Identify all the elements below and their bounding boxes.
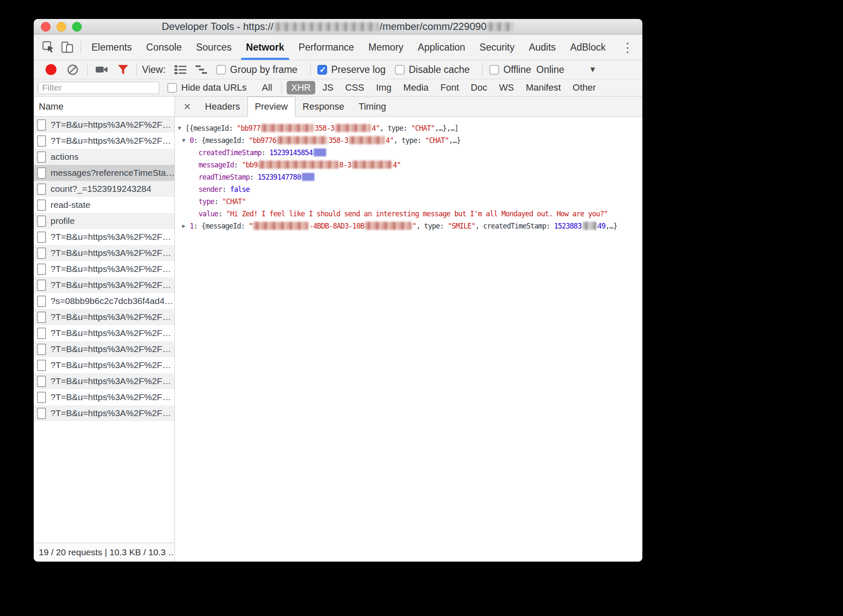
tab-sources[interactable]: Sources	[189, 35, 239, 60]
document-icon	[37, 376, 46, 387]
table-row[interactable]: ?T=B&u=https%3A%2F%2F…	[34, 341, 175, 357]
group-by-frame-checkbox[interactable]	[216, 65, 226, 75]
preview-text: :	[417, 136, 425, 145]
tab-security[interactable]: Security	[473, 35, 522, 60]
hide-data-urls-checkbox[interactable]	[167, 83, 177, 93]
detail-tab-response[interactable]: Response	[295, 97, 352, 116]
list-view-icon[interactable]	[175, 65, 186, 74]
tab-audits[interactable]: Audits	[522, 35, 563, 60]
table-row[interactable]: ?T=B&u=https%3A%2F%2F…	[34, 325, 175, 341]
document-icon	[37, 392, 46, 403]
document-icon	[37, 119, 46, 131]
request-name: ?T=B&u=https%3A%2F%2F…	[51, 376, 171, 386]
preview-text: 358-3	[314, 124, 334, 132]
inspect-element-icon[interactable]	[39, 38, 58, 56]
request-name: count?_=1523919243284	[51, 184, 151, 194]
table-row[interactable]: count?_=1523919243284	[34, 181, 175, 197]
table-row[interactable]: ?T=B&u=https%3A%2F%2F…	[34, 309, 175, 325]
filter-pill-media[interactable]: Media	[399, 81, 433, 94]
detail-tab-timing[interactable]: Timing	[352, 97, 393, 116]
filter-pill-js[interactable]: JS	[318, 81, 338, 94]
table-row[interactable]: ?T=B&u=https%3A%2F%2F…	[34, 357, 175, 373]
tab-console[interactable]: Console	[139, 35, 189, 60]
table-row[interactable]: ?T=B&u=https%3A%2F%2F…	[34, 405, 175, 421]
filter-pill-other[interactable]: Other	[568, 81, 601, 94]
table-row[interactable]: ?T=B&u=https%3A%2F%2F…	[34, 389, 175, 405]
table-row[interactable]: ?T=B&u=https%3A%2F%2F…	[34, 277, 175, 293]
tab-performance[interactable]: Performance	[291, 35, 361, 60]
filter-pill-css[interactable]: CSS	[341, 81, 369, 94]
kebab-menu-icon[interactable]: ⋮	[613, 40, 642, 55]
preserve-log-checkbox[interactable]	[317, 65, 327, 75]
record-network-log-button[interactable]	[46, 64, 56, 75]
disable-cache-checkbox[interactable]	[395, 65, 405, 75]
table-row[interactable]: ?T=B&u=https%3A%2F%2F…	[34, 245, 175, 261]
preview-text: ,	[475, 222, 483, 230]
main-tabbar: ElementsConsoleSourcesNetworkPerformance…	[34, 35, 642, 60]
preview-tree-line[interactable]: type: "CHAT"	[175, 195, 642, 207]
close-detail-icon[interactable]: ×	[177, 97, 198, 116]
preview-tree-line[interactable]: messageId: "bb98-34"	[175, 159, 642, 171]
table-row[interactable]: read-state	[34, 197, 175, 213]
view-label: View:	[142, 64, 166, 75]
tab-application[interactable]: Application	[411, 35, 473, 60]
clear-icon[interactable]	[67, 65, 78, 75]
preview-text: :	[218, 210, 226, 218]
throttling-select[interactable]: Online	[536, 64, 564, 75]
close-window-button[interactable]	[41, 22, 51, 32]
table-row[interactable]: actions	[34, 149, 175, 165]
preview-tree-line[interactable]: createdTimeStamp: 15239145854	[175, 146, 642, 159]
filter-funnel-icon[interactable]	[118, 65, 129, 75]
filter-pill-font[interactable]: Font	[436, 81, 464, 94]
offline-checkbox[interactable]	[489, 65, 499, 75]
zoom-window-button[interactable]	[72, 22, 82, 32]
name-column-header[interactable]: Name	[34, 97, 175, 117]
filter-pill-xhr[interactable]: XHR	[287, 81, 315, 94]
preview-text: 4"	[386, 136, 394, 145]
request-name: ?T=B&u=https%3A%2F%2F…	[51, 392, 171, 402]
preview-tree-line[interactable]: ▼0: {messageId: "bb9776358-34", type: "C…	[175, 134, 642, 146]
preview-text: :	[403, 124, 411, 132]
filter-pill-img[interactable]: Img	[371, 81, 396, 94]
minimize-window-button[interactable]	[56, 22, 66, 32]
request-name: read-state	[51, 200, 91, 210]
preview-tree-line[interactable]: value: "Hi Zed! I feel like I should sen…	[175, 207, 642, 220]
preview-tree-line[interactable]: readTimeStamp: 15239147780	[175, 171, 642, 183]
filter-input[interactable]	[38, 82, 159, 94]
preview-tree-line[interactable]: sender: false	[175, 183, 642, 195]
preview-tree-line[interactable]: ▼[{messageId: "bb977358-34", type: "CHAT…	[175, 122, 642, 134]
waterfall-view-icon[interactable]	[196, 65, 207, 74]
filter-pill-all[interactable]: All	[257, 81, 277, 94]
collapse-arrow-icon[interactable]: ▼	[176, 125, 183, 131]
tab-adblock[interactable]: AdBlock	[563, 35, 613, 60]
filter-pill-manifest[interactable]: Manifest	[521, 81, 565, 94]
tab-memory[interactable]: Memory	[361, 35, 411, 60]
table-row[interactable]: messages?referenceTimeSta…	[34, 165, 175, 181]
network-toolbar: View:	[34, 60, 642, 79]
tab-elements[interactable]: Elements	[84, 35, 139, 60]
preview-tree-line[interactable]: ▶1: {messageId: "-4BDB-8AD3-10B", type: …	[175, 220, 642, 232]
dropdown-arrow-icon[interactable]: ▼	[589, 65, 597, 74]
document-icon	[37, 167, 46, 179]
table-row[interactable]: ?T=B&u=https%3A%2F%2F…	[34, 373, 175, 389]
tab-network[interactable]: Network	[239, 35, 292, 60]
table-row[interactable]: ?T=B&u=https%3A%2F%2F…	[34, 261, 175, 277]
collapse-arrow-icon[interactable]: ▼	[180, 137, 188, 143]
detail-tab-preview[interactable]: Preview	[247, 97, 295, 117]
preview-text: messageId	[205, 136, 241, 145]
detail-tab-headers[interactable]: Headers	[198, 97, 247, 116]
table-row[interactable]: profile	[34, 213, 175, 229]
table-row[interactable]: ?T=B&u=https%3A%2F%2F…	[34, 117, 175, 133]
table-row[interactable]: ?s=08bb9b6c2c7dcb36f4ad4…	[34, 293, 175, 309]
device-toolbar-icon[interactable]	[58, 38, 77, 56]
filter-pill-ws[interactable]: WS	[494, 81, 518, 94]
preview-text: :	[214, 197, 222, 206]
expand-arrow-icon[interactable]: ▶	[180, 223, 188, 229]
screenshot-capture-icon[interactable]	[96, 65, 108, 74]
filter-pill-doc[interactable]: Doc	[466, 81, 492, 94]
preview-text: :	[229, 124, 237, 132]
request-name: ?T=B&u=https%3A%2F%2F…	[51, 328, 171, 338]
table-row[interactable]: ?T=B&u=https%3A%2F%2F…	[34, 133, 175, 149]
preview-text: type	[401, 136, 417, 145]
table-row[interactable]: ?T=B&u=https%3A%2F%2F…	[34, 229, 175, 245]
